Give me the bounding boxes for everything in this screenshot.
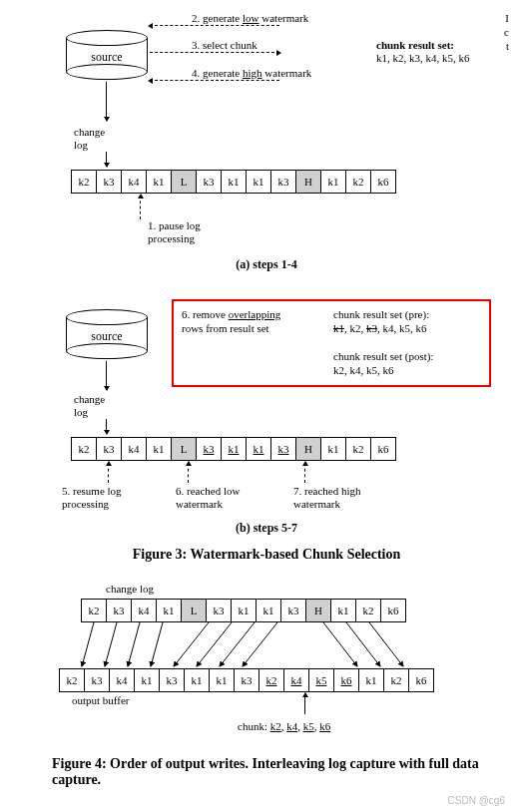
cell: L [171,437,197,461]
cell: k3 [106,599,132,622]
cell: k3 [196,437,222,461]
cell: k2 [81,599,107,622]
figure-3-caption: Figure 3: Watermark-based Chunk Selectio… [12,547,515,563]
label-step3: 3. select chunk [192,39,258,52]
svg-line-7 [220,622,255,666]
cell: k1 [156,599,182,622]
arrow-step2 [150,25,279,26]
cell: k3 [270,437,296,461]
cell: k3 [159,668,185,692]
cell: k1 [184,668,210,692]
down-arrow-b2 [106,419,107,433]
cell: k3 [206,599,232,622]
arrow-step7 [304,463,305,483]
cells-c-top: k2k3k4k1Lk3k1k1k3Hk1k2k6 [82,599,406,622]
cell: L [181,599,207,622]
cell: k4 [121,437,147,461]
cell: k2 [383,668,409,692]
svg-line-6 [197,622,232,666]
arrow-step5 [108,463,109,483]
cell: k1 [320,170,346,194]
cell: k1 [209,668,235,692]
label-step6: 6. reached low watermark [176,485,240,511]
svg-line-1 [82,622,94,666]
svg-line-3 [128,622,140,666]
svg-line-5 [174,622,209,666]
cells-b: k2k3k4k1Lk3k1k1k3Hk1k2k6 [72,437,396,461]
cell: H [305,599,331,622]
changelog-label-c: change log [106,583,154,596]
cells-c-bot: k2k3k4k1k3k1k1k3k2k4k5k6k1k2k6 [60,668,434,692]
cell: k1 [146,170,172,194]
svg-line-9 [323,622,357,666]
down-arrow-a [106,82,107,120]
chunk-label: chunk: k2, k4, k5, k6 [238,720,330,733]
svg-line-2 [105,622,117,666]
label-step1: 1. pause log processing [148,219,201,245]
cell: L [171,170,197,194]
source-label-a: source [66,50,148,65]
caption-b: (b) steps 5-7 [12,521,515,536]
cell: k5 [308,668,334,692]
cell: k1 [221,170,247,194]
cell: k3 [280,599,306,622]
cell: k1 [221,437,247,461]
cell: k2 [71,437,97,461]
down-arrow-b [106,361,107,389]
cell: k3 [96,170,122,194]
cell: k1 [330,599,356,622]
cell: k4 [109,668,135,692]
figure-4-caption: Figure 4: Order of output writes. Interl… [12,756,505,788]
arrow-step3 [150,52,279,53]
arrow-step4 [150,80,279,81]
cell: k3 [196,170,222,194]
cell: k6 [408,668,434,692]
watermark: CSDN @cg6 [448,795,505,806]
svg-line-4 [151,622,163,666]
cell: k2 [345,437,371,461]
cell: k1 [134,668,160,692]
cell: k6 [380,599,406,622]
cell: k2 [258,668,284,692]
label-step4: 4. generate high watermark [192,67,311,80]
cell: k1 [256,599,281,622]
cell: k6 [333,668,359,692]
cell: k2 [355,599,381,622]
cell: k1 [320,437,346,461]
cells-a: k2k3k4k1Lk3k1k1k3Hk1k2k6 [72,170,396,194]
label-step2: 2. generate low watermark [192,12,308,25]
page: source 2. generate low watermark 3. sele… [0,0,509,24]
chunk-arrow [304,694,305,714]
cell: k1 [231,599,257,622]
down-arrow-a2 [106,152,107,166]
cell: k3 [234,668,259,692]
arrow-step1 [140,196,141,219]
label-step7: 7. reached high watermark [293,485,361,511]
caption-a: (a) steps 1-4 [12,257,515,272]
svg-line-8 [243,622,277,666]
output-buffer-label: output buffer [72,694,130,707]
changelog-label-b: change log [74,393,105,419]
cell: k3 [84,668,110,692]
cell: k6 [370,170,396,194]
svg-line-11 [369,622,403,666]
cell: k6 [370,437,396,461]
red-box: 6. remove overlappingrows from result se… [172,299,491,387]
cell: k1 [246,437,271,461]
cell: k1 [146,437,172,461]
label-step5: 5. resume log processing [62,485,122,511]
connectors [60,620,479,670]
svg-line-10 [346,622,380,666]
chunk-result-a: chunk result set:k1, k2, k3, k4, k5, k6 [376,39,470,65]
source-label-b: source [66,329,148,344]
cell: k1 [246,170,271,194]
cell: k2 [59,668,85,692]
arrow-step6 [188,463,189,483]
cell: k4 [131,599,157,622]
cell: H [295,170,321,194]
cell: H [295,437,321,461]
changelog-label-a: change log [74,126,105,152]
cell: k2 [345,170,371,194]
cell: k3 [270,170,296,194]
cell: k1 [358,668,384,692]
